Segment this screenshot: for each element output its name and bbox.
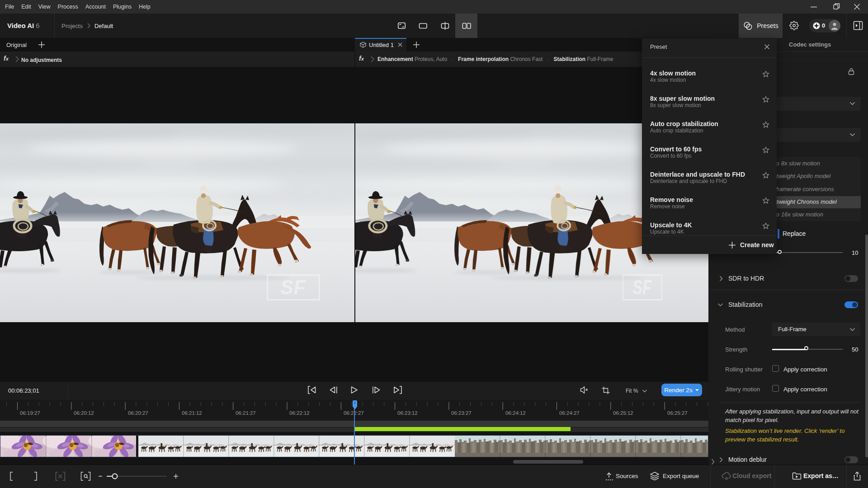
svg-text:06:20:27: 06:20:27 — [128, 410, 148, 416]
svg-text:06:24:12: 06:24:12 — [505, 410, 526, 416]
svg-text:06:24:27: 06:24:27 — [559, 410, 580, 416]
svg-text:06:23:27: 06:23:27 — [451, 410, 472, 416]
svg-text:06:25:12: 06:25:12 — [613, 410, 633, 416]
svg-text:06:25:27: 06:25:27 — [667, 410, 688, 416]
svg-text:06:19:27: 06:19:27 — [20, 410, 40, 416]
svg-text:06:23:12: 06:23:12 — [397, 410, 418, 416]
svg-text:06:20:12: 06:20:12 — [74, 410, 94, 416]
svg-text:06:22:12: 06:22:12 — [289, 410, 310, 416]
svg-text:06:21:27: 06:21:27 — [236, 410, 256, 416]
svg-text:06:21:12: 06:21:12 — [182, 410, 202, 416]
